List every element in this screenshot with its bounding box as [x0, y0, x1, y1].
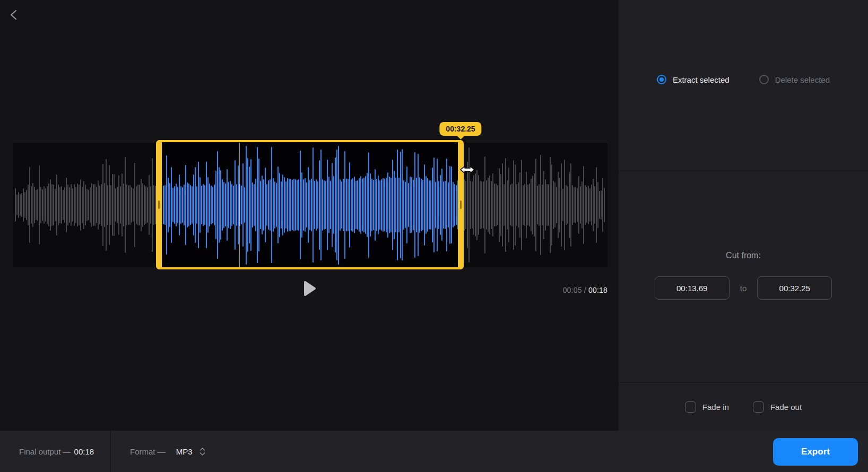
- cut-from-title: Cut from:: [619, 251, 868, 260]
- time-separator: /: [584, 286, 588, 294]
- radio-icon: [657, 75, 666, 84]
- fade-out-checkbox[interactable]: Fade out: [753, 401, 802, 413]
- cut-start-input[interactable]: [655, 276, 730, 300]
- handle-grip: [158, 200, 160, 209]
- back-chevron-icon: [9, 9, 21, 21]
- play-icon: [303, 281, 316, 296]
- cut-end-input[interactable]: [757, 276, 832, 300]
- final-output-label: Final output —: [19, 447, 71, 456]
- settings-panel: Extract selected Delete selected Cut fro…: [619, 0, 868, 431]
- mode-section: [619, 0, 868, 171]
- export-button[interactable]: Export: [773, 438, 858, 466]
- selection-left-handle[interactable]: [156, 140, 162, 269]
- format-value: MP3: [176, 447, 193, 456]
- selection-right-handle[interactable]: [458, 140, 464, 269]
- format-label: Format —: [130, 447, 166, 456]
- final-output-value: 00:18: [74, 447, 94, 456]
- audio-cutter-app: 00:32.25 00:05 / 00:18 Extract selected …: [0, 0, 868, 472]
- mode-row: Extract selected Delete selected: [619, 75, 868, 84]
- bottom-bar: Final output — 00:18 Format — MP3 Export: [0, 431, 868, 472]
- time-total: 00:18: [588, 286, 607, 294]
- selection-frame[interactable]: [156, 140, 464, 269]
- time-current: 00:05: [563, 286, 582, 294]
- checkbox-icon: [753, 401, 764, 413]
- extract-selected-radio[interactable]: Extract selected: [657, 75, 730, 84]
- radio-icon: [759, 75, 769, 84]
- cut-row: to: [619, 276, 868, 300]
- checkbox-label: Fade out: [770, 403, 802, 412]
- back-button[interactable]: [5, 5, 24, 24]
- play-button[interactable]: [298, 277, 322, 300]
- radio-label: Delete selected: [775, 75, 830, 84]
- handle-grip: [460, 200, 462, 209]
- footer-divider: [110, 431, 111, 472]
- fade-in-checkbox[interactable]: Fade in: [685, 401, 729, 413]
- fade-row: Fade in Fade out: [619, 383, 868, 431]
- format-selector[interactable]: Format — MP3: [130, 431, 206, 472]
- checkbox-icon: [685, 401, 696, 413]
- checkbox-label: Fade in: [702, 403, 729, 412]
- time-display: 00:05 / 00:18: [563, 286, 607, 294]
- radio-label: Extract selected: [673, 75, 730, 84]
- delete-selected-radio[interactable]: Delete selected: [759, 75, 830, 84]
- cut-to-word: to: [740, 284, 747, 293]
- final-output: Final output — 00:18: [19, 431, 94, 472]
- selection-time-tooltip: 00:32.25: [439, 122, 481, 136]
- format-stepper-icon[interactable]: [199, 447, 206, 456]
